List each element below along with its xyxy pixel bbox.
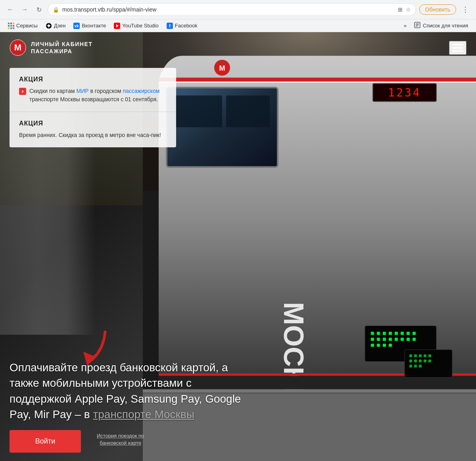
back-button[interactable]: ← [5,4,16,15]
bookmark-label-facebook: Facebook [175,23,198,29]
login-row: Войти История поездок по банковской карт… [10,430,466,453]
svg-rect-39 [395,332,398,335]
site-header: М ЛИЧНЫЙ КАБИНЕТ ПАССАЖИРА [0,32,476,63]
svg-text:vk: vk [75,24,79,28]
promo-card-1: АКЦИЯ 8 Скидки по картам МИР в городском… [10,68,176,112]
svg-rect-42 [383,338,386,341]
svg-rect-49 [407,338,410,341]
bookmark-item-dzen[interactable]: Дзен [42,21,69,30]
svg-text:f: f [169,23,171,28]
history-link-text-1: История поездок по [97,433,144,439]
promo-title-1: АКЦИЯ [19,76,167,83]
svg-rect-6 [8,27,10,29]
promo-title-2: АКЦИЯ [19,120,167,127]
svg-rect-43 [389,338,392,341]
bottom-overlay: Оплачивайте проезд банковской картой, а … [0,352,476,461]
svg-rect-54 [389,344,392,347]
history-link-text-2: банковской карте [100,440,141,446]
svg-rect-26 [226,96,270,127]
svg-rect-44 [395,338,398,341]
hamburger-line-1 [452,44,463,45]
svg-rect-37 [383,332,386,335]
svg-rect-50 [413,338,416,341]
metro-logo-icon: М [10,39,26,56]
forward-button[interactable]: → [19,4,30,15]
svg-text:M: M [219,64,225,72]
bookmark-item-services[interactable]: Сервисы [5,21,41,30]
promo-cards-container: АКЦИЯ 8 Скидки по картам МИР в городском… [10,68,176,147]
page-content: M 1234 МОСКВА [0,32,476,461]
svg-rect-5 [13,25,14,27]
svg-rect-3 [8,25,10,27]
bookmark-label-dzen: Дзен [54,23,65,29]
svg-rect-4 [10,25,12,27]
lock-icon: 🔒 [53,7,59,13]
svg-rect-23 [159,82,476,83]
mir-link[interactable]: МИР [77,88,89,94]
svg-rect-2 [13,23,14,24]
hamburger-line-2 [452,47,463,48]
svg-rect-7 [10,27,12,29]
address-text: mos.transport.vtb.ru/sppa/#/main-view [62,6,395,13]
svg-rect-47 [413,332,416,335]
reading-list-label: Список для чтения [423,23,468,29]
svg-rect-52 [377,344,380,347]
refresh-button[interactable]: ↻ [33,4,44,15]
vk-icon: vk [73,23,80,29]
svg-text:М: М [14,42,21,52]
logo-line1: ЛИЧНЫЙ КАБИНЕТ [31,41,92,48]
address-bar[interactable]: 🔒 mos.transport.vtb.ru/sppa/#/main-view … [48,3,416,16]
reading-list-button[interactable]: Список для чтения [411,20,471,31]
svg-rect-38 [389,332,392,335]
bookmarks-more-button[interactable]: » [401,21,409,30]
bookmark-label-youtube-studio: YouTube Studio [122,23,159,29]
login-button[interactable]: Войти [10,430,81,453]
svg-rect-1 [10,23,12,24]
site-logo: М ЛИЧНЫЙ КАБИНЕТ ПАССАЖИРА [10,39,92,56]
dzen-icon [46,23,52,29]
svg-rect-46 [407,332,410,335]
promo-content-row-1: 8 Скидки по картам МИР в городском пасса… [19,87,167,104]
grid-icon [8,23,14,29]
history-link[interactable]: История поездок по банковской карте [97,430,144,447]
hero-headline-link[interactable]: транспорте Москвы [93,408,194,420]
promo-text-2: Время ранних. Скидка за проезд в метро в… [19,131,167,139]
logo-text: ЛИЧНЫЙ КАБИНЕТ ПАССАЖИРА [31,41,92,55]
svg-rect-53 [383,344,386,347]
bookmark-label-vkontakte: Вконтакте [82,23,106,29]
svg-rect-8 [13,27,14,29]
svg-rect-35 [371,332,374,335]
bookmark-label-services: Сервисы [16,23,38,29]
svg-rect-36 [377,332,380,335]
youtube-icon [114,23,120,29]
promo-card-2: АКЦИЯ Время ранних. Скидка за проезд в м… [10,112,176,147]
bookmark-item-facebook[interactable]: f Facebook [163,21,201,30]
translate-icon[interactable]: ⊞ [398,6,403,13]
svg-rect-22 [159,78,476,82]
star-icon[interactable]: ☆ [406,6,411,13]
mir-card-icon: 8 [19,88,26,95]
facebook-icon: f [167,23,173,29]
svg-rect-51 [371,344,374,347]
svg-rect-0 [8,23,10,24]
more-options-button[interactable]: ⋮ [459,4,471,15]
svg-rect-40 [371,338,374,341]
bookmark-item-youtube-studio[interactable]: YouTube Studio [111,21,162,30]
hero-headline: Оплачивайте проезд банковской картой, а … [10,360,248,422]
passenger-link[interactable]: пассажирском [123,88,159,94]
update-button[interactable]: Обновить [419,4,456,15]
browser-toolbar: ← → ↻ 🔒 mos.transport.vtb.ru/sppa/#/main… [0,0,476,19]
promo-text-1: Скидки по картам МИР в городском пассажи… [29,87,167,104]
hamburger-menu-button[interactable] [449,41,466,55]
svg-rect-41 [377,338,380,341]
svg-rect-25 [175,96,222,127]
arrow-svg [77,328,113,372]
arrow-decoration [77,328,113,373]
bookmark-item-vkontakte[interactable]: vk Вконтакте [70,21,109,30]
logo-line2: ПАССАЖИРА [31,48,92,55]
hamburger-line-3 [452,50,463,52]
reading-list-icon [414,21,421,30]
bookmarks-bar: Сервисы Дзен vk Вконтакте [0,19,476,32]
svg-rect-48 [401,338,404,341]
svg-rect-45 [401,332,404,335]
